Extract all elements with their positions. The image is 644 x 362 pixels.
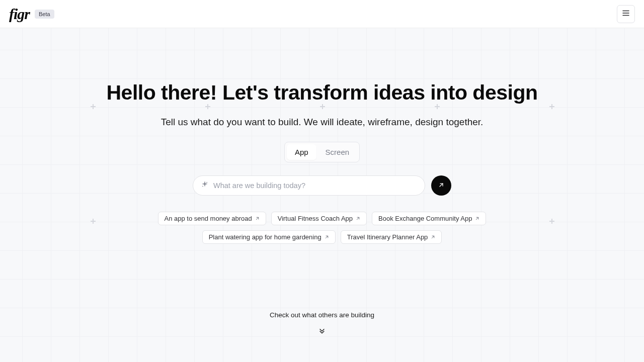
hero-section: Hello there! Let's transform ideas into … bbox=[0, 28, 644, 244]
scroll-cta-text: Check out what others are building bbox=[270, 311, 374, 319]
app-header: figr Beta bbox=[0, 0, 644, 28]
prompt-row bbox=[193, 175, 451, 196]
suggestion-chip[interactable]: Book Exchange Community App bbox=[372, 212, 486, 225]
svg-line-6 bbox=[256, 217, 259, 220]
chip-label: Travel Itinerary Planner App bbox=[347, 233, 428, 241]
suggestion-chips: An app to send money abroad Virtual Fitn… bbox=[146, 212, 498, 244]
svg-line-8 bbox=[476, 217, 479, 220]
menu-button[interactable] bbox=[617, 5, 635, 23]
svg-line-7 bbox=[357, 217, 359, 220]
beta-badge: Beta bbox=[35, 10, 54, 19]
svg-line-9 bbox=[326, 236, 328, 238]
scroll-down-button[interactable] bbox=[318, 327, 326, 337]
suggestion-chip[interactable]: Virtual Fitness Coach App bbox=[271, 212, 367, 225]
hero-subheadline: Tell us what do you want to build. We wi… bbox=[161, 117, 484, 128]
prompt-input[interactable] bbox=[213, 182, 417, 190]
menu-icon bbox=[621, 9, 630, 19]
tab-app[interactable]: App bbox=[287, 144, 316, 160]
app-logo[interactable]: figr bbox=[9, 7, 30, 22]
arrow-up-right-icon bbox=[356, 215, 360, 222]
chevrons-down-icon bbox=[318, 328, 326, 336]
svg-line-5 bbox=[440, 184, 443, 187]
arrow-up-right-icon bbox=[431, 233, 435, 241]
sparkle-icon bbox=[201, 181, 208, 190]
chip-label: Plant watering app for home gardening bbox=[209, 233, 321, 241]
suggestion-chip[interactable]: Travel Itinerary Planner App bbox=[341, 230, 442, 244]
prompt-input-container[interactable] bbox=[193, 175, 425, 196]
header-left: figr Beta bbox=[9, 7, 54, 22]
svg-point-3 bbox=[207, 182, 207, 183]
svg-point-4 bbox=[202, 186, 203, 187]
suggestion-chip[interactable]: An app to send money abroad bbox=[158, 212, 266, 225]
arrow-up-right-icon bbox=[255, 215, 260, 222]
chip-label: Book Exchange Community App bbox=[378, 215, 472, 222]
type-segmented-control: App Screen bbox=[284, 142, 360, 162]
hero-headline: Hello there! Let's transform ideas into … bbox=[106, 81, 537, 105]
chip-label: An app to send money abroad bbox=[165, 215, 252, 222]
suggestion-chip[interactable]: Plant watering app for home gardening bbox=[202, 230, 336, 244]
tab-screen[interactable]: Screen bbox=[317, 144, 358, 160]
arrow-up-right-icon bbox=[438, 182, 444, 190]
chip-label: Virtual Fitness Coach App bbox=[278, 215, 353, 222]
svg-line-10 bbox=[432, 236, 435, 238]
arrow-up-right-icon bbox=[325, 233, 329, 241]
arrow-up-right-icon bbox=[475, 215, 479, 222]
scroll-cta: Check out what others are building bbox=[0, 311, 644, 337]
submit-button[interactable] bbox=[431, 175, 451, 196]
